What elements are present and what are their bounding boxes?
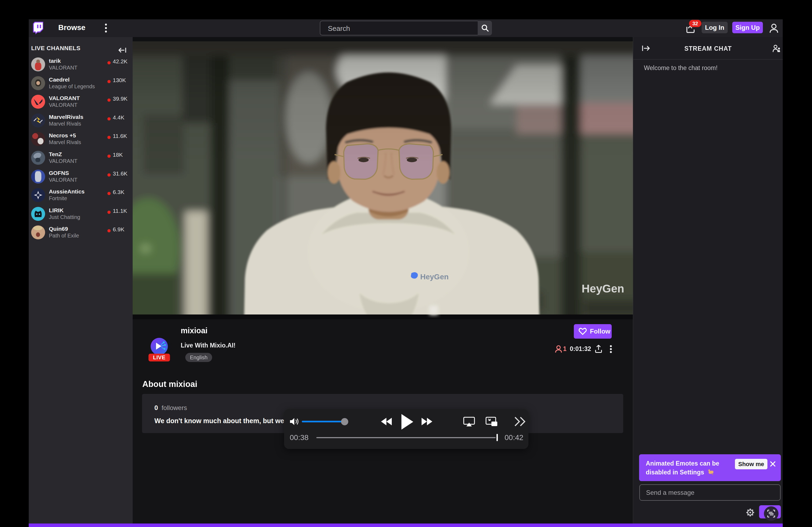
svg-text:HeyGen: HeyGen bbox=[420, 273, 449, 281]
svg-text:HeyGen: HeyGen bbox=[582, 282, 624, 295]
